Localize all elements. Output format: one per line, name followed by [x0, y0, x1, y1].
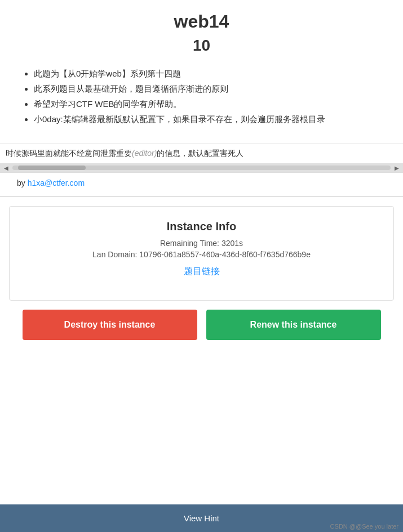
- author-email-link[interactable]: h1xa@ctfer.com: [28, 178, 85, 187]
- destroy-instance-button[interactable]: Destroy this instance: [23, 310, 197, 340]
- scroll-thumb[interactable]: [18, 166, 86, 170]
- scroll-content: 时候源码里面就能不经意间泄露重要(editor)的信息，默认配置害死人: [0, 144, 403, 163]
- horizontal-scrollbar[interactable]: ◀ ▶: [0, 163, 403, 172]
- challenge-link[interactable]: 题目链接: [26, 266, 377, 278]
- scroll-text-before: 时候源码里面就能不经意间泄露重要: [6, 149, 132, 158]
- scroll-track[interactable]: [12, 166, 391, 170]
- action-buttons: Destroy this instance Renew this instanc…: [9, 301, 394, 349]
- list-item: 此题为【从0开始学web】系列第十四题: [34, 66, 386, 81]
- page-container: web14 10 此题为【从0开始学web】系列第十四题 此系列题目从最基础开始…: [0, 0, 403, 532]
- challenge-title: web14: [17, 11, 386, 32]
- instance-section: Instance Info Remaining Time: 3201s Lan …: [9, 206, 394, 301]
- description-list: 此题为【从0开始学web】系列第十四题 此系列题目从最基础开始，题目遵循循序渐进…: [17, 66, 386, 127]
- instance-title: Instance Info: [26, 220, 377, 233]
- renew-instance-button[interactable]: Renew this instance: [206, 310, 381, 340]
- scroll-left-arrow[interactable]: ◀: [2, 164, 10, 172]
- scroll-right-arrow[interactable]: ▶: [393, 164, 401, 172]
- author-label: by: [17, 178, 28, 187]
- spacer: [0, 349, 403, 504]
- lan-domain: Lan Domain: 10796-061a8557-460a-436d-8f6…: [26, 250, 377, 259]
- scroll-area[interactable]: 时候源码里面就能不经意间泄露重要(editor)的信息，默认配置害死人 ◀ ▶: [0, 144, 403, 173]
- remaining-time: Remaining Time: 3201s: [26, 239, 377, 248]
- top-section: web14 10 此题为【从0开始学web】系列第十四题 此系列题目从最基础开始…: [0, 0, 403, 144]
- challenge-points: 10: [17, 37, 386, 55]
- list-item: 小0day:某编辑器最新版默认配置下，如果目录不存在，则会遍历服务器根目录: [34, 111, 386, 127]
- scroll-text-italic: (editor): [132, 149, 157, 158]
- list-item: 此系列题目从最基础开始，题目遵循循序渐进的原则: [34, 81, 386, 96]
- scroll-text-after: 的信息，默认配置害死人: [157, 149, 243, 158]
- watermark: CSDN @@See you later: [330, 523, 398, 530]
- author-section: by h1xa@ctfer.com: [0, 173, 403, 196]
- list-item: 希望对学习CTF WEB的同学有所帮助。: [34, 96, 386, 111]
- section-divider: [0, 196, 403, 197]
